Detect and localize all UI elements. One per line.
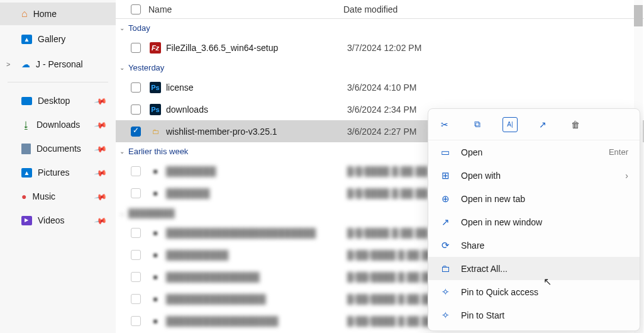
sidebar-item-gallery[interactable]: ▲ Gallery (0, 28, 116, 50)
row-checkbox[interactable] (131, 127, 141, 137)
ctx-pin-quick[interactable]: ✧ Pin to Quick access (428, 280, 640, 303)
documents-icon (21, 144, 31, 154)
scrollbar-thumb[interactable] (634, 5, 643, 26)
context-menu: ✂ ⧉ A| ↗ 🗑 ▭ Open Enter ⊞ Open with › ⊕ … (428, 108, 640, 331)
file-name: wishlist-member-pro-v3.25.1 (166, 127, 347, 137)
column-date[interactable]: Date modified (343, 4, 397, 14)
sidebar-item-videos[interactable]: Videos 📌 (0, 208, 116, 232)
pin-icon: 📌 (94, 142, 108, 155)
file-name: FileZilla_3.66.5_win64-setup (166, 43, 347, 53)
extract-icon: 🗀 (440, 263, 451, 274)
pin-icon: ✧ (440, 286, 451, 298)
folder-icon: 🗀 (150, 126, 161, 137)
downloads-icon: ⭳ (21, 120, 31, 130)
group-header[interactable]: ⌄ Yesterday (116, 59, 644, 76)
photoshop-icon: Ps (150, 82, 161, 93)
share-icon[interactable]: ↗ (535, 117, 550, 132)
pictures-icon: ▲ (21, 168, 32, 178)
row-checkbox[interactable] (131, 188, 141, 198)
row-checkbox[interactable] (131, 166, 141, 176)
ctx-label: Share (461, 240, 628, 251)
ctx-label: Open in new window (461, 217, 628, 227)
select-all-checkbox[interactable] (131, 4, 141, 14)
share-arrow-icon: ⟳ (440, 240, 451, 251)
sidebar-item-pictures[interactable]: ▲ Pictures 📌 (0, 161, 116, 184)
sidebar-item-home[interactable]: ⌂ Home (0, 3, 116, 25)
file-icon: ■ (150, 166, 161, 177)
chevron-down-icon[interactable]: ⌄ (119, 64, 125, 71)
file-name: ██████████████████ (166, 316, 347, 326)
desktop-icon (21, 97, 32, 105)
ctx-label: Open (461, 147, 609, 157)
file-icon: ■ (150, 188, 161, 199)
chevron-right-icon[interactable]: > (6, 60, 10, 68)
ctx-label: Extract All... (461, 264, 628, 274)
chevron-down-icon[interactable]: ⌄ (119, 148, 125, 155)
file-row[interactable]: Fz FileZilla_3.66.5_win64-setup 3/7/2024… (116, 37, 644, 59)
sidebar-item-personal[interactable]: > ☁ J - Personal (0, 53, 116, 76)
group-label: Yesterday (128, 63, 164, 72)
ctx-label: Pin to Start (461, 310, 628, 320)
home-icon: ⌂ (21, 8, 28, 20)
file-row[interactable]: Ps license 3/6/2024 4:10 PM (116, 76, 644, 98)
ctx-open-with[interactable]: ⊞ Open with › (428, 164, 640, 187)
ctx-open-new-tab[interactable]: ⊕ Open in new tab (428, 187, 640, 210)
new-window-icon: ↗ (440, 217, 451, 228)
videos-icon (21, 216, 32, 225)
sidebar-item-label: Home (33, 9, 57, 19)
open-icon: ▭ (440, 147, 451, 158)
row-checkbox[interactable] (131, 272, 141, 282)
row-checkbox[interactable] (131, 294, 141, 304)
divider (8, 82, 108, 82)
ctx-open-new-window[interactable]: ↗ Open in new window (428, 210, 640, 234)
row-checkbox[interactable] (131, 250, 141, 260)
file-icon: ■ (150, 293, 161, 305)
chevron-down-icon[interactable]: ⌄ (119, 25, 125, 31)
sidebar-item-downloads[interactable]: ⭳ Downloads 📌 (0, 113, 116, 137)
group-label: ████████ (128, 208, 175, 218)
file-date: █/█/████ █:██ ██ (347, 188, 428, 198)
sidebar: ⌂ Home ▲ Gallery > ☁ J - Personal Deskto… (0, 0, 116, 333)
group-label: Today (128, 23, 150, 33)
file-date: 3/6/2024 2:27 PM (347, 127, 417, 137)
chevron-right-icon: › (625, 171, 628, 181)
file-date: █/██/████ █:██ ██ (347, 272, 434, 282)
file-date: 3/7/2024 12:02 PM (347, 43, 421, 53)
copy-icon[interactable]: ⧉ (470, 117, 485, 132)
row-checkbox[interactable] (131, 104, 141, 115)
ctx-label: Pin to Quick access (461, 287, 628, 297)
chevron-down-icon[interactable]: ⌄ (119, 210, 125, 217)
sidebar-item-documents[interactable]: Documents 📌 (0, 137, 116, 161)
pin-icon: 📌 (94, 189, 108, 203)
file-name: ███████ (166, 188, 347, 198)
file-name: ████████████████████████ (166, 228, 347, 238)
delete-icon[interactable]: 🗑 (568, 117, 583, 132)
sidebar-item-label: Downloads (36, 120, 80, 130)
row-checkbox[interactable] (131, 228, 141, 238)
cursor-icon: ↖ (543, 276, 552, 288)
column-name[interactable]: Name (148, 4, 343, 14)
ctx-extract-all[interactable]: 🗀 Extract All... (428, 257, 640, 280)
sidebar-item-label: Videos (38, 215, 65, 225)
row-checkbox[interactable] (131, 82, 141, 93)
context-toolbar: ✂ ⧉ A| ↗ 🗑 (428, 109, 640, 140)
group-header[interactable]: ⌄ Today (116, 19, 644, 37)
sidebar-item-label: Desktop (38, 96, 70, 106)
cut-icon[interactable]: ✂ (437, 117, 452, 132)
cloud-icon: ☁ (21, 59, 30, 69)
row-checkbox[interactable] (131, 43, 141, 53)
file-icon: ■ (150, 315, 161, 327)
file-date: 3/6/2024 2:34 PM (347, 104, 417, 115)
music-icon: ● (21, 191, 26, 201)
ctx-accel: Enter (609, 147, 628, 157)
file-date: █/██/████ █:██ ██ (347, 316, 434, 326)
sidebar-item-music[interactable]: ● Music 📌 (0, 184, 116, 208)
ctx-pin-start[interactable]: ✧ Pin to Start (428, 303, 640, 327)
ctx-share[interactable]: ⟳ Share (428, 234, 640, 257)
rename-icon[interactable]: A| (502, 117, 518, 132)
sidebar-item-label: Gallery (38, 34, 65, 44)
row-checkbox[interactable] (131, 316, 141, 326)
sidebar-item-desktop[interactable]: Desktop 📌 (0, 89, 116, 113)
ctx-open[interactable]: ▭ Open Enter (428, 140, 640, 164)
file-name: ████████ (166, 166, 347, 176)
